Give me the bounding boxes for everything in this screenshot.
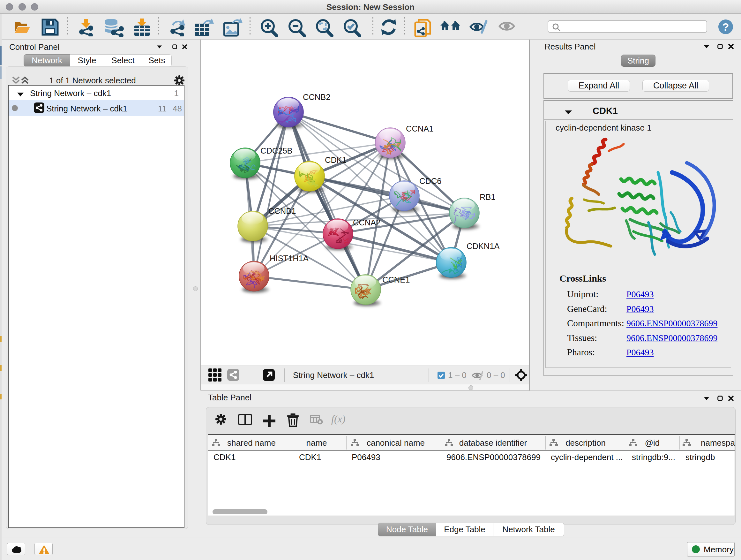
- svg-text:CDK1: CDK1: [325, 155, 347, 165]
- svg-text:CDC25B: CDC25B: [260, 146, 293, 155]
- svg-text:CDC6: CDC6: [419, 177, 441, 186]
- svg-text:RB1: RB1: [480, 192, 495, 201]
- svg-text:CCNB1: CCNB1: [268, 206, 296, 215]
- svg-text:CDKN1A: CDKN1A: [467, 242, 499, 251]
- svg-text:CCNB2: CCNB2: [303, 92, 330, 102]
- svg-text:HIST1H1A: HIST1H1A: [270, 254, 309, 263]
- svg-text:CCNE1: CCNE1: [382, 275, 410, 284]
- svg-text:CCNA2: CCNA2: [353, 218, 381, 227]
- svg-text:?: ?: [723, 21, 729, 33]
- svg-text:CCNA1: CCNA1: [406, 124, 433, 133]
